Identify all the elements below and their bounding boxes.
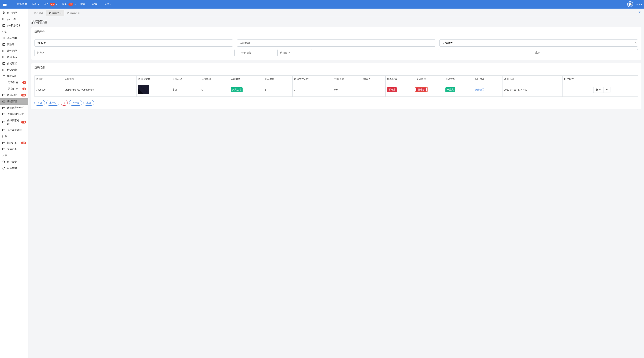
cell-visitors: 点击查看 <box>473 83 502 97</box>
close-icon[interactable]: ✕ <box>78 12 80 14</box>
table-header: 店铺名称 <box>170 76 200 83</box>
sidebar-item[interactable]: 用户管理 <box>0 10 28 16</box>
shop-name-input[interactable] <box>237 39 435 46</box>
sidebar-item[interactable]: 直通车购买记录 <box>0 111 28 117</box>
sidebar-badge: 5 <box>22 81 26 84</box>
shop-id-input[interactable] <box>34 39 233 46</box>
query-card-title: 查询条件 <box>31 27 641 36</box>
sidebar-item[interactable]: 退货订单2 <box>0 86 28 92</box>
nav-home[interactable]: 综合查询 <box>13 1 29 7</box>
nav-finance[interactable]: 财务29 <box>60 1 78 7</box>
nav-user[interactable]: 用户69 <box>42 1 59 7</box>
visitors-link[interactable]: 点击查看 <box>475 88 484 91</box>
table-header: 店铺账号 <box>63 76 136 83</box>
table-header: 商品数量 <box>263 76 292 83</box>
recommend-badge: 不推荐 <box>387 87 397 92</box>
sidebar-item[interactable]: 订单列表5 <box>0 79 28 86</box>
cell-account: grapefruit8383@gmail.com <box>63 83 136 97</box>
page-last[interactable]: 尾页 <box>84 100 94 106</box>
sidebar-item[interactable]: 借贷记录 <box>0 67 28 73</box>
card-icon <box>2 148 5 151</box>
sidebar-item[interactable]: pos日志记录 <box>0 22 28 29</box>
page-next[interactable]: 下一页 <box>69 100 82 106</box>
sidebar-item[interactable]: 借贷配置 <box>0 60 28 67</box>
sidebar-item[interactable]: 店铺直通车管理 <box>0 105 28 111</box>
results-card: 查询结果 店铺ID店铺账号店铺LOGO店铺名称店铺等级店铺类型商品数量店铺关注人… <box>31 63 642 109</box>
sidebar-item[interactable]: 商品分类 <box>0 35 28 41</box>
sidebar-item[interactable]: 属性管理 <box>0 48 28 54</box>
end-date-input[interactable] <box>278 49 312 56</box>
sidebar-item[interactable]: 卖家等级 <box>0 73 28 79</box>
tab-query[interactable]: 综合查询 <box>31 10 46 16</box>
start-date-input[interactable] <box>239 49 273 56</box>
page-prev[interactable]: 上一页 <box>46 100 59 106</box>
referrer-input[interactable] <box>34 49 234 56</box>
page-current[interactable]: 1 <box>61 100 68 106</box>
shop-type-select[interactable]: 店铺类型 <box>440 39 638 46</box>
results-table: 店铺ID店铺账号店铺LOGO店铺名称店铺等级店铺类型商品数量店铺关注人数钱包余额… <box>34 75 638 97</box>
svg-rect-4 <box>3 37 5 38</box>
sidebar: 用户管理pos下单pos日志记录 业务 商品分类商品库属性管理店铺商品借贷配置借… <box>0 8 28 358</box>
sidebar-item-label: 店铺审核 <box>7 93 17 97</box>
refresh-icon[interactable]: ⟳ <box>638 10 641 13</box>
sidebar-item[interactable]: 运营数据 <box>0 165 28 171</box>
table-row: 3995025 grapefruit8383@gmail.com 小店 S 真实… <box>35 83 638 97</box>
sidebar-item[interactable]: 店铺商品 <box>0 54 28 60</box>
sidebar-item-label: 直通车购买记录 <box>7 112 24 116</box>
query-button[interactable]: 查询 <box>438 49 638 56</box>
sidebar-item-label: 系统客服对话 <box>7 128 22 132</box>
cell-goods: 1 <box>263 83 292 97</box>
sidebar-item[interactable]: 商品库 <box>0 41 28 48</box>
table-header: 注册日期 <box>502 76 562 83</box>
op-button[interactable]: 操作 <box>593 87 604 93</box>
type-badge: 真实店铺 <box>231 87 242 92</box>
table-header: 店铺类型 <box>229 76 263 83</box>
sidebar-item[interactable]: 系统客服对话 <box>0 127 28 133</box>
book-icon <box>2 62 5 65</box>
cell-recommend: 不推荐 <box>386 83 415 97</box>
cell-logo <box>136 83 170 97</box>
cell-type: 真实店铺 <box>229 83 263 97</box>
sidebar-item[interactable]: 店铺管理 <box>0 98 28 105</box>
sidebar-item[interactable]: 提现订单29 <box>0 140 28 146</box>
cell-followers: 0 <box>292 83 333 97</box>
card-icon <box>2 141 5 144</box>
content: ⟳ 综合查询 店铺管理✕ 店铺审核✕ 店铺管理 查询条件 店铺类型 <box>28 8 644 358</box>
tab-shop-manage[interactable]: 店铺管理✕ <box>46 10 64 16</box>
svg-rect-30 <box>2 121 5 123</box>
sidebar-item-label: 退货订单 <box>8 87 18 90</box>
sidebar-item[interactable]: 店铺审核69 <box>0 92 28 98</box>
hamburger-menu-icon[interactable] <box>2 2 8 7</box>
sidebar-item-label: 订单列表 <box>8 81 18 84</box>
page-first[interactable]: 首页 <box>34 100 45 106</box>
table-header: 钱包余额 <box>333 76 362 83</box>
pie-icon <box>2 167 5 170</box>
sidebar-item-label: 属性管理 <box>7 49 17 52</box>
tab-shop-audit[interactable]: 店铺审核✕ <box>64 10 82 16</box>
sidebar-item[interactable]: 虚拟买家对话14 <box>0 117 28 127</box>
cell-blacklist: 未拉黑 <box>444 83 473 97</box>
nav-finance-badge: 29 <box>68 3 73 5</box>
sidebar-item[interactable]: 充值订单 <box>0 146 28 152</box>
tab-bar: 综合查询 店铺管理✕ 店铺审核✕ <box>31 10 642 16</box>
svg-rect-22 <box>2 94 5 96</box>
table-header: 店铺等级 <box>200 76 229 83</box>
nav-report[interactable]: 报表 <box>78 1 89 7</box>
sidebar-badge: 29 <box>21 142 26 144</box>
sidebar-section-business: 业务 <box>0 29 28 35</box>
close-icon[interactable]: ✕ <box>60 12 62 14</box>
svg-rect-36 <box>2 148 5 150</box>
nav-config[interactable]: 配置 <box>90 1 101 7</box>
nav-system[interactable]: 系统 <box>102 1 113 7</box>
user-menu[interactable]: root <box>636 3 642 6</box>
book-icon <box>2 49 5 52</box>
pagination: 首页 上一页 1 下一页 尾页 <box>34 100 638 106</box>
sidebar-item[interactable]: 用户存量 <box>0 159 28 165</box>
top-nav: 综合查询 业务 用户69 财务29 报表 配置 系统 <box>13 1 113 7</box>
nav-business[interactable]: 业务 <box>30 1 41 7</box>
sidebar-item[interactable]: pos下单 <box>0 16 28 22</box>
chat-icon[interactable] <box>627 1 633 7</box>
sidebar-item-label: 充值订单 <box>7 147 17 151</box>
op-dropdown[interactable]: ▾ <box>604 87 610 93</box>
nav-home-label: 综合查询 <box>17 2 27 6</box>
